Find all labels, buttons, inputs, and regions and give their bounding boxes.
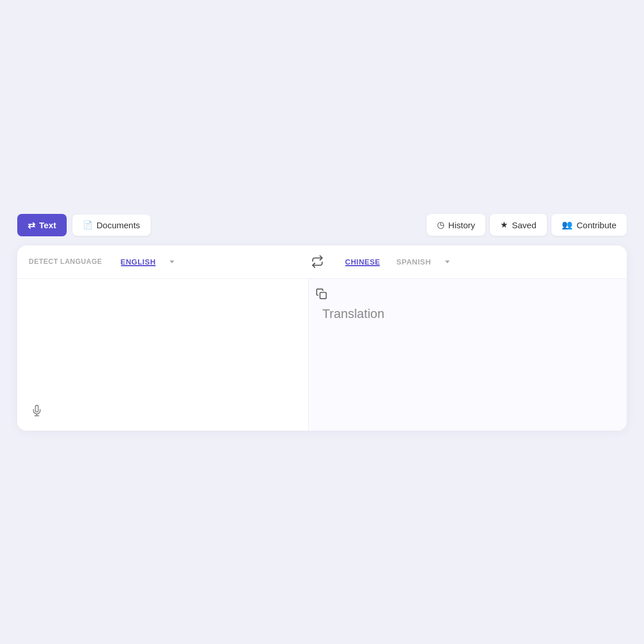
spanish-language-option[interactable]: SPANISH [388, 258, 439, 266]
contribute-label: Contribute [577, 220, 616, 230]
history-button[interactable]: ◷ History [427, 214, 486, 236]
copy-translation-button[interactable] [313, 286, 329, 304]
people-icon: 👥 [562, 220, 573, 230]
toolbar-right: ◷ History ★ Saved 👥 Contribute [427, 214, 627, 236]
app-container: ⇄ Text 📄 Documents ◷ History ★ Saved 👥 C… [17, 214, 627, 431]
translation-output-container: Translation [309, 279, 627, 431]
star-icon: ★ [500, 220, 508, 230]
mic-icon [31, 405, 43, 416]
chevron-down-icon [170, 260, 174, 263]
source-language-dropdown[interactable] [164, 260, 179, 263]
svg-rect-2 [320, 292, 326, 298]
history-icon: ◷ [437, 220, 444, 230]
text-tab-button[interactable]: ⇄ Text [17, 214, 67, 236]
documents-tab-button[interactable]: 📄 Documents [72, 214, 151, 236]
translation-text-areas: Translation [17, 279, 627, 431]
history-label: History [448, 220, 476, 230]
detect-language-option[interactable]: DETECT LANGUAGE [29, 258, 113, 266]
source-language-panel: DETECT LANGUAGE ENGLISH [29, 258, 307, 266]
document-icon: 📄 [83, 220, 93, 229]
language-bar: DETECT LANGUAGE ENGLISH CHINESE SPANISH [17, 246, 627, 279]
copy-icon [316, 288, 327, 300]
text-tab-label: Text [39, 220, 56, 230]
chevron-down-icon-target [445, 260, 450, 263]
contribute-button[interactable]: 👥 Contribute [551, 214, 627, 236]
source-text-container [17, 279, 309, 431]
chinese-language-option[interactable]: CHINESE [337, 258, 388, 266]
english-language-option[interactable]: ENGLISH [113, 258, 164, 266]
target-language-panel: CHINESE SPANISH [328, 258, 615, 266]
saved-button[interactable]: ★ Saved [490, 214, 547, 236]
translation-output-text: Translation [323, 306, 385, 321]
swap-icon [311, 255, 324, 268]
translation-card: DETECT LANGUAGE ENGLISH CHINESE SPANISH [17, 246, 627, 431]
documents-tab-label: Documents [97, 220, 140, 230]
translate-icon: ⇄ [28, 220, 35, 231]
target-language-dropdown[interactable] [439, 260, 454, 263]
translation-output: Translation [323, 290, 614, 321]
toolbar: ⇄ Text 📄 Documents ◷ History ★ Saved 👥 C… [17, 214, 627, 246]
microphone-button[interactable] [29, 402, 45, 421]
toolbar-left: ⇄ Text 📄 Documents [17, 214, 151, 236]
source-text-input[interactable] [17, 279, 308, 428]
saved-label: Saved [512, 220, 536, 230]
swap-languages-button[interactable] [307, 251, 328, 272]
